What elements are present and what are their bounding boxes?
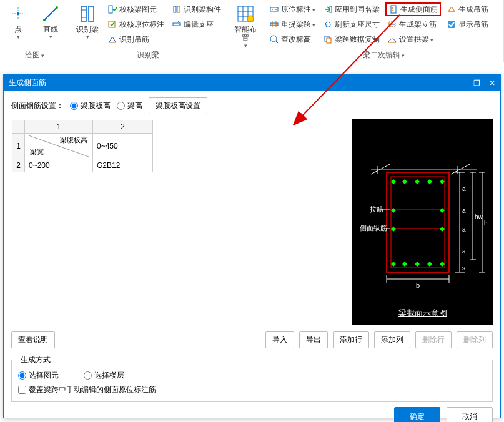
- svg-text:a: a: [462, 207, 466, 214]
- gen-method-legend: 生成方式: [18, 355, 53, 365]
- point-btn[interactable]: 点: [4, 2, 32, 41]
- identify-beam-btn[interactable]: 识别梁: [73, 2, 102, 41]
- ribbon-group-edit2: 原位标注 重提梁跨 查改标高 应用到同名梁 刷新支座尺寸 梁跨数据复制 生成侧面…: [264, 0, 504, 62]
- svg-line-3: [44, 7, 57, 20]
- gen-frame-bar[interactable]: 生成架立筋: [385, 17, 441, 31]
- svg-rect-10: [109, 6, 112, 13]
- copy-span-data[interactable]: 梁跨数据复制: [321, 32, 382, 46]
- svg-rect-13: [174, 6, 176, 12]
- view-description-button[interactable]: 查看说明: [11, 331, 55, 348]
- svg-point-4: [43, 19, 46, 21]
- svg-line-29: [275, 41, 278, 43]
- gen-hanger-bar[interactable]: 生成吊筋: [445, 2, 490, 16]
- preview-caption: 梁截面示意图: [352, 308, 493, 319]
- genhang-icon: [447, 4, 457, 14]
- window-restore-icon[interactable]: ❐: [473, 79, 480, 87]
- svg-rect-30: [330, 6, 332, 12]
- del-row-button[interactable]: 删除行: [415, 331, 452, 348]
- check-icon: [107, 4, 117, 14]
- svg-text:s: s: [462, 265, 465, 272]
- svg-text:b: b: [416, 282, 420, 289]
- preview-side-label: 侧面纵筋: [360, 224, 387, 232]
- settings-label: 侧面钢筋设置：: [11, 101, 64, 111]
- arch-icon: [387, 34, 397, 44]
- web-height-settings-button[interactable]: 梁腹板高设置: [149, 97, 207, 114]
- svg-point-34: [392, 7, 393, 9]
- ok-button[interactable]: 确定: [394, 407, 440, 422]
- line-icon: [41, 4, 61, 24]
- identify-beam-member[interactable]: 识别梁构件: [170, 2, 223, 16]
- modal-titlebar[interactable]: 生成侧面筋 ❐ ✕: [4, 74, 500, 91]
- cell-r2c2[interactable]: G2B12: [93, 159, 153, 172]
- mark-icon: [269, 34, 279, 44]
- svg-rect-22: [270, 7, 278, 11]
- ribbon-group-identify: 识别梁 校核梁图元 校核原位标注 识别吊筋 识别梁构件 编辑支座 识别梁: [69, 0, 227, 62]
- gen-side-bar[interactable]: 生成侧面筋: [385, 2, 441, 16]
- relift-icon: [269, 19, 279, 29]
- radio-select-floor[interactable]: 选择楼层: [84, 370, 124, 381]
- data-grid[interactable]: 1 2 1 梁腹板高 梁宽 0~450: [11, 119, 346, 325]
- chevron-down-icon: [311, 20, 315, 29]
- modal-title-text: 生成侧面筋: [9, 77, 46, 88]
- svg-rect-40: [448, 21, 455, 28]
- radio-beam-height[interactable]: 梁高: [117, 101, 142, 111]
- set-arch-beam[interactable]: 设置拱梁: [385, 32, 441, 46]
- add-col-button[interactable]: 添加列: [374, 331, 410, 348]
- hanger-icon: [107, 34, 117, 44]
- sidebar-icon: [388, 4, 398, 14]
- chevron-down-icon: [40, 51, 44, 59]
- support-icon: [172, 19, 182, 29]
- edit-support[interactable]: 编辑支座: [170, 17, 223, 31]
- window-close-icon[interactable]: ✕: [489, 79, 495, 87]
- svg-point-23: [272, 9, 273, 10]
- cancel-button[interactable]: 取消: [447, 407, 493, 422]
- original-label[interactable]: 原位标注: [267, 2, 317, 16]
- row-header-2[interactable]: 2: [12, 159, 25, 172]
- ribbon-group-smart: 智能布置: [227, 0, 264, 62]
- section-preview: 拉筋 侧面纵筋 a a a a s hw: [352, 119, 493, 325]
- framebar-icon: [387, 19, 397, 29]
- row-header-1[interactable]: 1: [12, 134, 25, 159]
- apply-icon: [323, 4, 333, 14]
- col-header-2[interactable]: 2: [93, 120, 153, 134]
- point-label: 点: [14, 25, 22, 34]
- diag-header-cell: 梁腹板高 梁宽: [25, 134, 93, 159]
- export-button[interactable]: 导出: [299, 331, 328, 348]
- svg-point-5: [56, 6, 58, 9]
- add-row-button[interactable]: 添加行: [333, 331, 369, 348]
- del-col-button[interactable]: 删除列: [457, 331, 493, 348]
- relift-span[interactable]: 重提梁跨: [267, 17, 317, 31]
- smart-layout-btn[interactable]: 智能布置: [231, 2, 260, 50]
- refresh-support[interactable]: 刷新支座尺寸: [321, 17, 382, 31]
- copy-icon: [323, 34, 333, 44]
- check-mark[interactable]: 查改标高: [267, 32, 317, 46]
- cell-r2c1[interactable]: 0~200: [25, 159, 93, 172]
- col-header-1[interactable]: 1: [25, 120, 93, 134]
- check-beam-element[interactable]: 校核梁图元: [106, 2, 166, 16]
- check2-icon: [107, 19, 117, 29]
- cell-r1c2[interactable]: 0~450: [93, 134, 153, 159]
- line-btn[interactable]: 直线: [36, 2, 65, 41]
- check-original-label[interactable]: 校核原位标注: [106, 17, 166, 31]
- ribbon-toolbar: 点 直线 绘图 识别梁 校核梁图元 校核原位标注 识别吊筋: [0, 0, 504, 62]
- svg-point-2: [17, 12, 19, 15]
- svg-text:a: a: [462, 248, 466, 255]
- import-button[interactable]: 导入: [265, 331, 294, 348]
- showhang-icon: [447, 19, 457, 29]
- group-label-edit2: 梁二次编辑: [363, 51, 400, 59]
- chevron-down-icon: [86, 34, 89, 40]
- gen-method-fieldset: 生成方式 选择图元 选择楼层 覆盖梁跨中手动编辑的侧面原位标注筋: [11, 355, 493, 402]
- svg-text:a: a: [462, 185, 466, 192]
- checkbox-override[interactable]: 覆盖梁跨中手动编辑的侧面原位标注筋: [18, 385, 486, 395]
- chevron-down-icon: [17, 34, 20, 40]
- identify-hanger[interactable]: 识别吊筋: [106, 32, 166, 46]
- line-label: 直线: [43, 25, 58, 34]
- apply-same-name[interactable]: 应用到同名梁: [321, 2, 382, 16]
- svg-rect-14: [177, 6, 180, 12]
- svg-point-21: [247, 16, 254, 22]
- show-hanger[interactable]: 显示吊筋: [445, 17, 490, 31]
- radio-web-height[interactable]: 梁腹板高: [70, 101, 111, 111]
- beam-icon: [77, 4, 97, 24]
- svg-rect-6: [81, 6, 86, 21]
- radio-select-element[interactable]: 选择图元: [18, 370, 59, 381]
